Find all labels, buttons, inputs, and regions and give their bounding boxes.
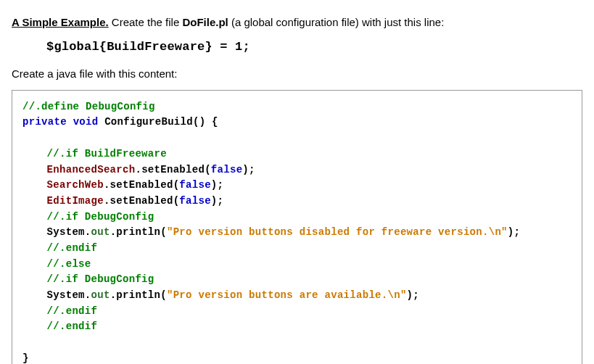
code-l5-obj: EnhancedSearch xyxy=(47,164,136,175)
code-l13-out: out xyxy=(91,289,110,301)
code-l9-class: System xyxy=(47,226,85,238)
code-l9-out: out xyxy=(91,226,110,238)
code-l7-obj: EditImage xyxy=(47,195,104,207)
code-l13-string: "Pro version buttons are available.\n" xyxy=(167,289,407,301)
code-l10: //.endif xyxy=(47,242,98,254)
code-l8: //.if DebugConfig xyxy=(47,211,154,223)
para-2: Create a java file with this content: xyxy=(12,66,582,81)
intro-paragraph: A Simple Example. Create the file DoFile… xyxy=(12,15,582,30)
code-l4: //.if BuildFreeware xyxy=(47,148,167,160)
code-l6-method: setEnabled xyxy=(110,179,173,191)
code-l9-string: "Pro version buttons disabled for freewa… xyxy=(167,226,508,238)
intro-heading: A Simple Example. xyxy=(12,16,109,28)
code-l11: //.else xyxy=(47,258,91,270)
code-l7-method: setEnabled xyxy=(110,195,173,207)
intro-text-2: (a global configuration file) with just … xyxy=(228,16,445,28)
code-l2-kw2: void xyxy=(73,116,99,128)
config-line: $global{BuildFreeware} = 1; xyxy=(46,38,582,56)
code-l2-rest: () { xyxy=(193,116,218,128)
code-l2-kw1: private xyxy=(22,116,67,128)
code-l7-arg: false xyxy=(179,195,211,207)
code-l5-arg: false xyxy=(211,164,243,175)
code-l12: //.if DebugConfig xyxy=(47,273,154,285)
intro-filename: DoFile.pl xyxy=(182,16,228,28)
code-l14: //.endif xyxy=(47,305,98,317)
code-l15: //.endif xyxy=(47,320,98,332)
code-l5-method: setEnabled xyxy=(141,164,205,175)
code-l13-method: println xyxy=(116,289,160,301)
code-l6-obj: SearchWeb xyxy=(47,179,104,191)
code-l13-class: System xyxy=(47,289,85,301)
code-l6-arg: false xyxy=(179,179,211,191)
code-box: //.define DebugConfig private void Confi… xyxy=(12,90,582,364)
code-line-1: //.define DebugConfig xyxy=(22,101,155,112)
code-l2-name: ConfigureBuild xyxy=(104,116,193,128)
intro-text-1: Create the file xyxy=(109,16,183,28)
code-l17-brace: } xyxy=(22,352,29,364)
code-l9-method: println xyxy=(116,226,160,238)
